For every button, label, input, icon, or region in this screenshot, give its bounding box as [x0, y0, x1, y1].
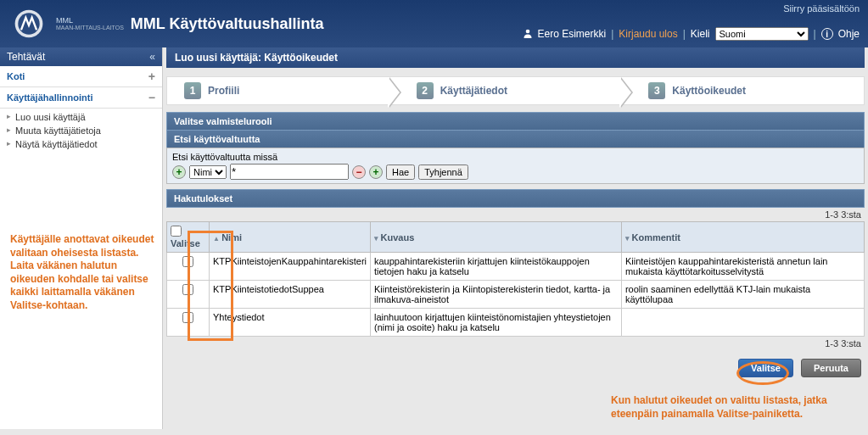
- separator: |: [611, 28, 613, 40]
- collapse-icon[interactable]: −: [148, 91, 155, 104]
- wizard-step-3[interactable]: 3 Käyttöoikeudet: [631, 77, 864, 104]
- help-link[interactable]: Ohje: [838, 28, 860, 40]
- col-label: Kommentit: [631, 232, 680, 243]
- step-label: Profiili: [208, 85, 239, 97]
- sidebar-item-label: Koti: [7, 71, 25, 81]
- clear-button[interactable]: Tyhjennä: [418, 165, 468, 180]
- search-pattern-input[interactable]: [230, 164, 349, 180]
- search-button[interactable]: Hae: [386, 165, 415, 180]
- separator: |: [683, 28, 686, 40]
- cell-comments: Kiinteistöjen kauppahintarekisteristä an…: [621, 253, 864, 281]
- section-results-header: Hakutulokset: [166, 189, 865, 208]
- table-row: KTPKiinteistojenKauppahintarekisteri kau…: [167, 253, 865, 281]
- add-criteria-button[interactable]: +: [172, 165, 186, 179]
- cell-comments: roolin saaminen edellyttää KTJ-lain muka…: [621, 281, 864, 309]
- col-select[interactable]: Valitse: [167, 222, 210, 253]
- sidebar-item-create-user[interactable]: Luo uusi käyttäjä: [0, 110, 162, 124]
- col-description[interactable]: Kuvaus: [371, 222, 622, 253]
- expand-icon[interactable]: +: [148, 70, 155, 83]
- row-checkbox[interactable]: [182, 256, 193, 267]
- sidebar-item-home[interactable]: Koti +: [0, 66, 162, 87]
- wizard-step-2[interactable]: 2 Käyttäjätiedot: [400, 77, 632, 104]
- step-label: Käyttäjätiedot: [440, 85, 507, 97]
- logo-text-top: MML: [56, 17, 124, 25]
- wizard-step-1[interactable]: 1 Profiili: [167, 77, 400, 104]
- section-search-header: Etsi käyttövaltuutta: [166, 130, 865, 148]
- col-label: Valitse: [171, 238, 200, 248]
- sidebar-item-label: Käyttäjähallinnointi: [7, 92, 92, 103]
- search-field-select[interactable]: Nimi: [189, 165, 227, 179]
- sidebar-item-edit-user[interactable]: Muuta käyttäjätietoja: [0, 124, 162, 137]
- col-label: Nimi: [221, 232, 242, 243]
- result-count-bottom: 1-3 3:sta: [166, 337, 865, 350]
- col-name[interactable]: Nimi: [210, 222, 371, 253]
- search-label: Etsi käyttövaltuutta missä: [172, 152, 859, 162]
- wizard-steps: 1 Profiili 2 Käyttäjätiedot 3 Käyttöoike…: [166, 76, 865, 105]
- separator: |: [814, 28, 816, 40]
- sidebar-title: Tehtävät: [7, 51, 45, 63]
- table-row: Yhteystiedot lainhuutoon kirjattujen kii…: [167, 309, 865, 337]
- sidebar-collapse-icon[interactable]: «: [149, 51, 155, 63]
- language-select[interactable]: Suomi: [715, 27, 809, 41]
- sidebar-item-user-admin[interactable]: Käyttäjähallinnointi −: [0, 87, 162, 109]
- current-user: Eero Esimerkki: [538, 28, 607, 40]
- add-criteria-button[interactable]: +: [369, 165, 383, 179]
- cell-name: KTPKiinteistojenKauppahintarekisteri: [210, 253, 371, 281]
- table-row: KTPKiinteistotiedotSuppea Kiinteistöreki…: [167, 281, 865, 309]
- chevron-right-icon: [621, 77, 633, 108]
- sidebar-item-view-user[interactable]: Näytä käyttäjätiedot: [0, 137, 162, 151]
- row-checkbox[interactable]: [182, 284, 193, 295]
- results-table: Valitse Nimi Kuvaus Kommentit KTPKiintei…: [166, 221, 865, 337]
- language-label: Kieli: [691, 28, 710, 40]
- logout-link[interactable]: Kirjaudu ulos: [619, 28, 677, 40]
- mml-logo: [8, 7, 49, 41]
- row-checkbox[interactable]: [182, 312, 193, 323]
- result-count-top: 1-3 3:sta: [166, 208, 865, 221]
- remove-criteria-button[interactable]: −: [352, 165, 366, 179]
- section-role-header[interactable]: Valitse valmistelurooli: [166, 112, 865, 130]
- cell-comments: [621, 309, 864, 337]
- cell-name: KTPKiinteistotiedotSuppea: [210, 281, 371, 309]
- skip-to-content-link[interactable]: Siirry pääsisältöön: [783, 3, 860, 14]
- svg-point-2: [525, 29, 529, 33]
- cell-name: Yhteystiedot: [210, 309, 371, 337]
- step-label: Käyttöoikeudet: [672, 85, 746, 97]
- chevron-right-icon: [389, 77, 401, 108]
- info-icon: i: [821, 28, 833, 40]
- step-number: 3: [648, 82, 665, 99]
- page-title: Luo uusi käyttäjä: Käyttöoikeudet: [166, 47, 865, 68]
- col-label: Kuvaus: [381, 232, 415, 243]
- user-icon: [523, 28, 533, 41]
- cell-description: kauppahintarekisteriin kirjattujen kiint…: [371, 253, 622, 281]
- col-comments[interactable]: Kommentit: [621, 222, 864, 253]
- step-number: 2: [417, 82, 434, 99]
- logo-text-sub: MAAN-MITTAUS-LAITOS: [56, 25, 124, 31]
- cell-description: lainhuutoon kirjattujen kiinteistönomist…: [371, 309, 622, 337]
- select-all-checkbox[interactable]: [171, 226, 182, 237]
- cell-description: Kiinteistörekisterin ja Kiintopisterekis…: [371, 281, 622, 309]
- cancel-button[interactable]: Peruuta: [801, 359, 861, 377]
- select-button[interactable]: Valitse: [738, 359, 793, 377]
- step-number: 1: [184, 82, 201, 99]
- app-title: MML Käyttövaltuushallinta: [131, 15, 324, 33]
